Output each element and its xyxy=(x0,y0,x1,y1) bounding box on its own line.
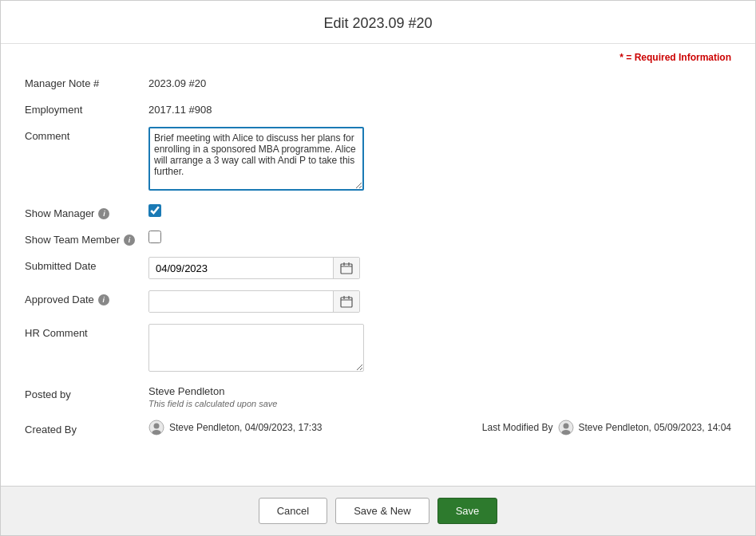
dialog-body: * = Required Information Manager Note # … xyxy=(1,44,755,486)
created-by-label: Created By xyxy=(25,420,148,436)
dialog-title: Edit 2023.09 #20 xyxy=(17,15,739,32)
hr-comment-field-wrapper xyxy=(148,324,364,374)
posted-by-row: Posted by Steve Pendleton This field is … xyxy=(25,385,731,408)
show-team-member-row: Show Team Member i xyxy=(25,231,731,246)
submitted-date-row: Submitted Date xyxy=(25,257,731,279)
cancel-button[interactable]: Cancel xyxy=(259,498,327,524)
approved-date-wrapper xyxy=(148,290,360,313)
created-by-row: Created By Steve Pendleton, 04/09/2023, … xyxy=(25,420,731,436)
posted-by-block: Steve Pendleton This field is calculated… xyxy=(148,385,277,408)
show-manager-checkbox[interactable] xyxy=(148,204,161,217)
svg-rect-0 xyxy=(341,264,352,274)
svg-point-9 xyxy=(154,424,160,429)
show-team-member-label: Show Team Member i xyxy=(25,231,148,246)
submitted-date-input[interactable] xyxy=(149,258,333,278)
comment-label: Comment xyxy=(25,127,148,142)
hr-comment-textarea[interactable] xyxy=(148,324,364,372)
created-by-text: Steve Pendleton, 04/09/2023, 17:33 xyxy=(169,422,323,433)
edit-dialog: Edit 2023.09 #20 * = Required Informatio… xyxy=(0,0,756,536)
dialog-footer: Cancel Save & New Save xyxy=(1,486,755,535)
submitted-date-calendar-button[interactable] xyxy=(333,258,359,278)
created-by-user-icon xyxy=(148,420,164,436)
approved-date-input[interactable] xyxy=(149,292,333,312)
posted-by-label: Posted by xyxy=(25,385,148,400)
submitted-date-wrapper xyxy=(148,257,360,279)
employment-row: Employment 2017.11 #908 xyxy=(25,100,731,116)
submitted-date-label: Submitted Date xyxy=(25,257,148,272)
manager-note-value: 2023.09 #20 xyxy=(148,74,731,89)
hr-comment-row: HR Comment xyxy=(25,324,731,374)
comment-row: Comment xyxy=(25,127,731,193)
dialog-header: Edit 2023.09 #20 xyxy=(1,1,755,44)
manager-note-label: Manager Note # xyxy=(25,74,148,89)
approved-date-info-icon[interactable]: i xyxy=(98,294,109,305)
last-modified-user-icon xyxy=(558,420,574,436)
employment-value: 2017.11 #908 xyxy=(148,100,731,116)
svg-point-10 xyxy=(152,430,161,435)
svg-point-12 xyxy=(563,424,568,429)
svg-point-13 xyxy=(561,430,570,435)
employment-label: Employment xyxy=(25,100,148,116)
show-manager-label: Show Manager i xyxy=(25,204,148,219)
show-team-member-checkbox[interactable] xyxy=(148,231,161,243)
posted-by-calc: This field is calculated upon save xyxy=(148,399,277,408)
required-info: * = Required Information xyxy=(25,52,731,63)
comment-field-wrapper xyxy=(148,127,364,193)
show-manager-row: Show Manager i xyxy=(25,204,731,219)
last-modified-by-value: Last Modified By Steve Pendleton, 05/09/… xyxy=(482,420,731,436)
show-team-member-info-icon[interactable]: i xyxy=(124,235,135,246)
svg-rect-4 xyxy=(341,298,352,307)
show-manager-checkbox-wrapper xyxy=(148,204,161,217)
show-team-member-checkbox-wrapper xyxy=(148,231,161,243)
calendar-icon xyxy=(340,295,353,308)
approved-date-calendar-button[interactable] xyxy=(333,291,359,312)
hr-comment-label: HR Comment xyxy=(25,324,148,339)
calendar-icon xyxy=(340,262,353,274)
created-by-value: Steve Pendleton, 04/09/2023, 17:33 xyxy=(148,420,450,436)
last-modified-label: Last Modified By xyxy=(482,422,553,433)
show-manager-info-icon[interactable]: i xyxy=(98,208,109,219)
posted-by-name: Steve Pendleton xyxy=(148,385,277,397)
save-button[interactable]: Save xyxy=(437,498,498,524)
comment-textarea[interactable] xyxy=(148,127,364,191)
manager-note-row: Manager Note # 2023.09 #20 xyxy=(25,74,731,89)
required-asterisk: * = Required Information xyxy=(619,52,731,63)
save-new-button[interactable]: Save & New xyxy=(335,498,429,524)
last-modified-text: Steve Pendleton, 05/09/2023, 14:04 xyxy=(579,422,732,433)
approved-date-row: Approved Date i xyxy=(25,290,731,313)
approved-date-label: Approved Date i xyxy=(25,290,148,305)
